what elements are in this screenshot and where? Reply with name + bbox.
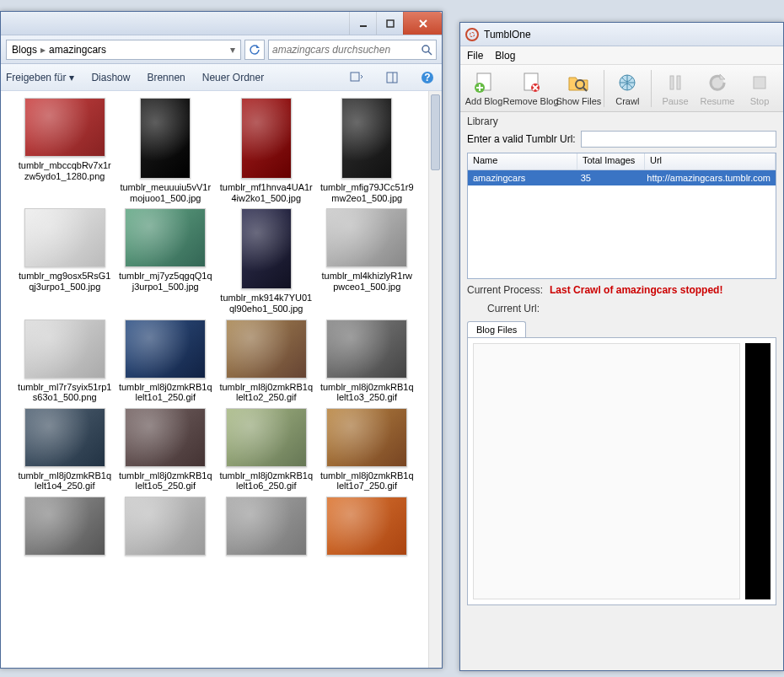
menu-file[interactable]: File [467, 50, 483, 62]
remove-blog-button[interactable]: Remove Blog [506, 69, 556, 108]
file-thumbnail[interactable]: tumblr_ml8j0zmkRB1qlelt1o2_250.gif [217, 320, 315, 403]
file-thumbnail[interactable]: tumblr_ml8j0zmkRB1qlelt1o7_250.gif [319, 408, 416, 492]
svg-line-5 [428, 51, 432, 55]
pause-button[interactable]: Pause [655, 69, 695, 108]
svg-rect-19 [677, 76, 680, 89]
thumbnail-image [140, 98, 191, 179]
tabstrip: Blog Files [467, 321, 776, 337]
thumbnail-image [326, 320, 407, 379]
currenturl-row: Current Url: [460, 298, 783, 316]
breadcrumb-part[interactable]: amazingcars [49, 44, 106, 56]
tumblone-window: TumblOne File Blog Add Blog Remove Blog … [459, 22, 784, 671]
file-thumbnail[interactable]: tumblr_ml8j0zmkRB1qlelt1o6_250.gif [217, 408, 315, 492]
file-thumbnail[interactable]: tumblr_mf1hnva4UA1r4iw2ko1_500.jpg [217, 98, 315, 203]
close-button[interactable] [403, 12, 442, 35]
svg-rect-6 [351, 73, 359, 81]
toolbar: Add Blog Remove Blog Show Files Crawl Pa… [460, 65, 783, 112]
stop-icon [748, 71, 771, 94]
file-name: tumblr_ml8j0zmkRB1qlelt1o3_250.gif [320, 382, 414, 403]
file-name: tumblr_mf1hnva4UA1r4iw2ko1_500.jpg [219, 182, 314, 203]
currenturl-label: Current Url: [487, 303, 540, 314]
new-folder-button[interactable]: Neuer Ordner [202, 72, 264, 83]
menu-blog[interactable]: Blog [495, 50, 515, 62]
svg-rect-20 [754, 77, 765, 89]
file-thumbnail[interactable]: tumblr_mg9osx5RsG1qj3urpo1_500.jpg [16, 208, 114, 314]
crawl-button[interactable]: Crawl [607, 69, 647, 108]
app-icon [465, 28, 479, 41]
thumbnail-image [326, 497, 407, 556]
thumbnail-image [125, 497, 206, 556]
file-name: tumblr_meuuuiu5vV1rmojuoo1_500.jpg [118, 182, 212, 203]
chevron-right-icon: ▸ [40, 44, 46, 56]
breadcrumb[interactable]: Blogs ▸ amazingcars ▾ [6, 40, 241, 60]
chevron-down-icon[interactable]: ▾ [230, 44, 235, 56]
cell-total: 35 [576, 173, 642, 183]
file-name: tumblr_ml7r7syix51rp1s63o1_500.png [18, 382, 112, 403]
burn-button[interactable]: Brennen [147, 72, 185, 83]
thumbnail-image [241, 98, 292, 179]
svg-rect-18 [670, 76, 674, 89]
file-thumbnail[interactable]: tumblr_ml8j0zmkRB1qlelt1o3_250.gif [319, 320, 416, 403]
add-blog-button[interactable]: Add Blog [464, 69, 504, 108]
search-icon[interactable] [421, 44, 432, 56]
col-total[interactable]: Total Images [577, 153, 645, 169]
col-url[interactable]: Url [645, 153, 776, 169]
minimize-button[interactable] [349, 12, 376, 35]
file-thumbnail[interactable] [117, 497, 215, 556]
scrollbar-handle[interactable] [431, 94, 440, 170]
pause-icon [663, 71, 687, 94]
library-label: Library [460, 112, 783, 129]
separator [651, 70, 652, 107]
thumbnail-image [226, 320, 307, 379]
show-files-button[interactable]: Show Files [557, 69, 599, 108]
cell-url: http://amazingcars.tumblr.com [642, 173, 776, 183]
resume-button[interactable]: Resume [697, 69, 738, 108]
separator [604, 70, 604, 107]
tab-blog-files[interactable]: Blog Files [467, 321, 526, 337]
file-thumbnail[interactable]: tumblr_mbccqbRv7x1rzw5ydo1_1280.png [16, 98, 114, 203]
thumbnail-image [326, 208, 407, 267]
search-input[interactable] [272, 44, 421, 56]
url-input[interactable] [581, 131, 776, 148]
file-thumbnail[interactable]: tumblr_mfig79JCc51r9mw2eo1_500.jpg [319, 98, 416, 203]
stop-button[interactable]: Stop [739, 69, 780, 108]
search-box[interactable] [268, 40, 437, 60]
file-thumbnail[interactable] [16, 497, 114, 556]
slideshow-button[interactable]: Diashow [91, 72, 130, 83]
breadcrumb-part[interactable]: Blogs [12, 44, 37, 56]
file-name: tumblr_ml8j0zmkRB1qlelt1o5_250.gif [118, 470, 212, 492]
thumbnail-image [125, 320, 206, 379]
file-thumbnail[interactable] [319, 497, 416, 556]
file-thumbnail[interactable]: tumblr_ml4khizlyR1rwpwceo1_500.jpg [319, 208, 416, 314]
file-thumbnail[interactable]: tumblr_ml8j0zmkRB1qlelt1o4_250.gif [16, 408, 114, 492]
resume-icon [706, 71, 729, 94]
file-thumbnail[interactable]: tumblr_mj7yz5qgqQ1qj3urpo1_500.jpg [117, 208, 215, 314]
file-thumbnail[interactable]: tumblr_ml8j0zmkRB1qlelt1o5_250.gif [117, 408, 215, 492]
view-options-button[interactable] [347, 68, 366, 87]
file-name: tumblr_mfig79JCc51r9mw2eo1_500.jpg [320, 182, 414, 203]
col-name[interactable]: Name [468, 153, 577, 169]
file-thumbnail[interactable]: tumblr_meuuuiu5vV1rmojuoo1_500.jpg [117, 98, 215, 203]
refresh-button[interactable] [244, 40, 265, 60]
svg-text:?: ? [424, 72, 430, 83]
scrollbar[interactable] [428, 91, 442, 668]
file-thumbnail[interactable]: tumblr_mk914k7YU01ql90eho1_500.jpg [217, 208, 315, 314]
file-thumbnail[interactable]: tumblr_ml7r7syix51rp1s63o1_500.png [16, 320, 114, 403]
preview-area [473, 343, 740, 599]
blog-files-pane [467, 337, 776, 605]
file-name: tumblr_ml8j0zmkRB1qlelt1o4_250.gif [18, 470, 112, 492]
address-bar: Blogs ▸ amazingcars ▾ [1, 35, 442, 64]
svg-point-4 [422, 46, 429, 52]
chevron-down-icon: ▾ [69, 72, 74, 83]
help-button[interactable]: ? [418, 68, 437, 87]
maximize-button[interactable] [376, 12, 403, 35]
file-thumbnail[interactable] [217, 497, 315, 556]
grid-row-selected[interactable]: amazingcars 35 http://amazingcars.tumblr… [468, 170, 776, 185]
explorer-window: Blogs ▸ amazingcars ▾ Freigeben für ▾ Di… [0, 11, 443, 669]
process-row: Current Process: Last Crawl of amazingca… [460, 279, 783, 298]
file-thumbnail[interactable]: tumblr_ml8j0zmkRB1qlelt1o1_250.gif [117, 320, 215, 403]
process-label: Current Process: [467, 284, 543, 296]
tumblone-titlebar: TumblOne [460, 23, 783, 46]
preview-pane-button[interactable] [383, 68, 401, 87]
share-menu[interactable]: Freigeben für ▾ [6, 72, 74, 83]
